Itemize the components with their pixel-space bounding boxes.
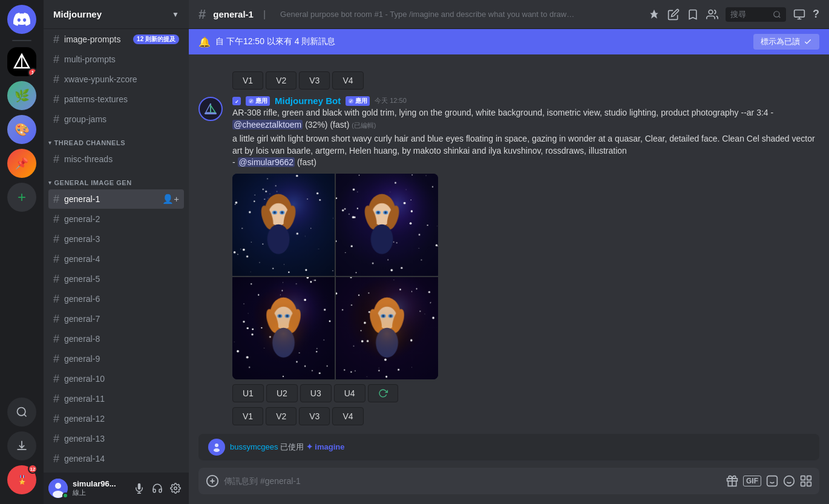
gift-icon[interactable] — [726, 475, 738, 487]
channel-item-general-13[interactable]: # general-13 — [48, 429, 184, 448]
v1-button[interactable]: V1 — [232, 407, 263, 425]
svg-point-3 — [18, 408, 25, 416]
mention-cheee[interactable]: @cheeeztalktoem — [232, 120, 303, 129]
v3-button-top[interactable]: V3 — [299, 71, 330, 90]
channel-item-general-14[interactable]: # general-14 — [48, 449, 184, 468]
channel-item-image-prompts[interactable]: # image-prompts 12 則新的提及 — [48, 30, 184, 49]
channel-item-general-8[interactable]: # general-8 — [48, 329, 184, 349]
channel-name: multi-prompts — [64, 54, 179, 64]
u1-button[interactable]: U1 — [232, 384, 264, 402]
u3-button[interactable]: U3 — [300, 384, 332, 402]
u4-button[interactable]: U4 — [334, 384, 365, 402]
channel-item-general-1[interactable]: # general-1 👤+ — [48, 189, 184, 209]
server-icon-3[interactable]: 🎨 — [7, 115, 36, 144]
refresh-button[interactable] — [368, 384, 398, 402]
bookmark-icon[interactable] — [687, 8, 699, 21]
svg-point-34 — [784, 476, 795, 486]
v4-button[interactable]: V4 — [332, 407, 363, 425]
hash-icon: # — [53, 153, 59, 166]
channel-item-multi-prompts[interactable]: # multi-prompts — [48, 50, 184, 69]
girl-canvas-4 — [336, 277, 438, 379]
svg-point-9 — [174, 487, 177, 490]
settings-button[interactable] — [167, 480, 184, 497]
category-general-image-gen[interactable]: ▾ GENERAL IMAGE GEN — [44, 169, 189, 189]
emoji-icon[interactable] — [783, 475, 795, 487]
category-thread-channels[interactable]: ▾ THREAD CHANNELS — [44, 129, 189, 149]
deafen-button[interactable] — [149, 480, 166, 497]
preview-avatar — [208, 439, 225, 456]
help-icon[interactable]: ? — [813, 8, 819, 21]
mark-read-button[interactable]: 標示為已讀 — [753, 34, 819, 50]
channel-item-general-10[interactable]: # general-10 — [48, 369, 184, 388]
user-status: 線上 — [73, 488, 126, 497]
app-label: 應用 — [355, 97, 367, 105]
chat-header: # general-1 | General purpose bot room #… — [189, 0, 829, 29]
channel-name: general-8 — [64, 334, 179, 344]
chat-input-box: GIF — [198, 468, 819, 494]
header-actions: 搜尋 ? — [648, 7, 819, 22]
search-bar[interactable]: 搜尋 — [726, 7, 786, 22]
download-icon[interactable] — [7, 431, 36, 460]
channel-name: general-11 — [64, 394, 179, 404]
members-icon[interactable] — [706, 8, 718, 21]
channel-item-general-12[interactable]: # general-12 — [48, 409, 184, 428]
channel-item-patterns[interactable]: # patterns-textures — [48, 90, 184, 109]
channel-item-xwave[interactable]: # xwave-ypunk-zcore — [48, 70, 184, 89]
server-header[interactable]: Midjourney ▼ — [44, 0, 189, 29]
bot-author-name: Midjourney Bot — [275, 96, 341, 106]
channel-item-general-3[interactable]: # general-3 — [48, 229, 184, 249]
channel-name: image-prompts — [64, 34, 129, 44]
channel-item-general-5[interactable]: # general-5 — [48, 269, 184, 289]
channel-item-general-6[interactable]: # general-6 — [48, 289, 184, 309]
server-icon-home[interactable] — [7, 5, 36, 34]
online-status-dot — [62, 493, 68, 499]
edit-icon[interactable] — [667, 8, 680, 21]
pin-icon[interactable] — [648, 8, 660, 21]
preview-command: ✦ imagine — [306, 442, 345, 451]
channel-item-general-7[interactable]: # general-7 — [48, 309, 184, 329]
inbox-icon[interactable] — [793, 8, 805, 21]
channel-item-general-9[interactable]: # general-9 — [48, 349, 184, 368]
add-server-button[interactable]: + — [7, 183, 36, 212]
u2-button[interactable]: U2 — [266, 384, 298, 402]
svg-point-5 — [55, 483, 61, 489]
notification-bar: 🔔 自 下午12:50 以來有 4 則新訊息 標示為已讀 — [189, 29, 829, 54]
svg-rect-12 — [795, 10, 805, 17]
gif-button[interactable]: GIF — [743, 476, 761, 486]
sticker-icon[interactable] — [766, 475, 778, 487]
channel-item-general-2[interactable]: # general-2 — [48, 209, 184, 229]
server-icon-4[interactable]: 📌 — [7, 149, 36, 178]
add-member-icon[interactable]: 👤+ — [162, 194, 179, 205]
mark-read-label: 標示為已讀 — [761, 36, 800, 47]
explore-icon[interactable] — [7, 398, 36, 427]
v2-button-top[interactable]: V2 — [266, 71, 297, 90]
mute-button[interactable] — [131, 480, 148, 497]
message-input[interactable] — [224, 470, 721, 493]
image-cell-2 — [336, 174, 438, 276]
v3-button[interactable]: V3 — [299, 407, 330, 425]
user-avatar-wrapper[interactable] — [48, 479, 68, 498]
server-icon-2[interactable]: 🌿 — [7, 81, 36, 110]
channel-item-misc-threads[interactable]: # misc-threads — [48, 149, 184, 169]
svg-text:✓: ✓ — [235, 99, 239, 105]
hash-icon: # — [53, 53, 59, 66]
hash-icon: # — [53, 353, 59, 365]
badge-icon-bottom[interactable]: 🎖️ 12 — [7, 465, 36, 494]
sailboat-icon — [202, 100, 219, 117]
chat-input-area: GIF — [189, 468, 829, 504]
channel-name: general-13 — [64, 434, 179, 443]
channel-item-group-jams[interactable]: # group-jams — [48, 110, 184, 129]
hash-icon: # — [53, 73, 59, 86]
preview-bar: bussymcgees 已使用 ✦ imagine — [198, 434, 819, 460]
v1-button-top[interactable]: V1 — [232, 71, 263, 90]
channel-item-general-4[interactable]: # general-4 — [48, 249, 184, 269]
channel-item-general-11[interactable]: # general-11 — [48, 389, 184, 408]
apps-icon[interactable] — [800, 475, 812, 487]
channel-name: general-2 — [64, 214, 179, 224]
v4-button-top[interactable]: V4 — [332, 71, 363, 90]
mention-simular[interactable]: @simular9662 — [238, 157, 295, 167]
add-content-button[interactable] — [206, 474, 219, 488]
channel-sidebar: Midjourney ▼ # image-prompts 12 則新的提及 # … — [44, 0, 189, 504]
server-icon-midjourney[interactable]: 1 — [7, 47, 36, 76]
v2-button[interactable]: V2 — [266, 407, 297, 425]
